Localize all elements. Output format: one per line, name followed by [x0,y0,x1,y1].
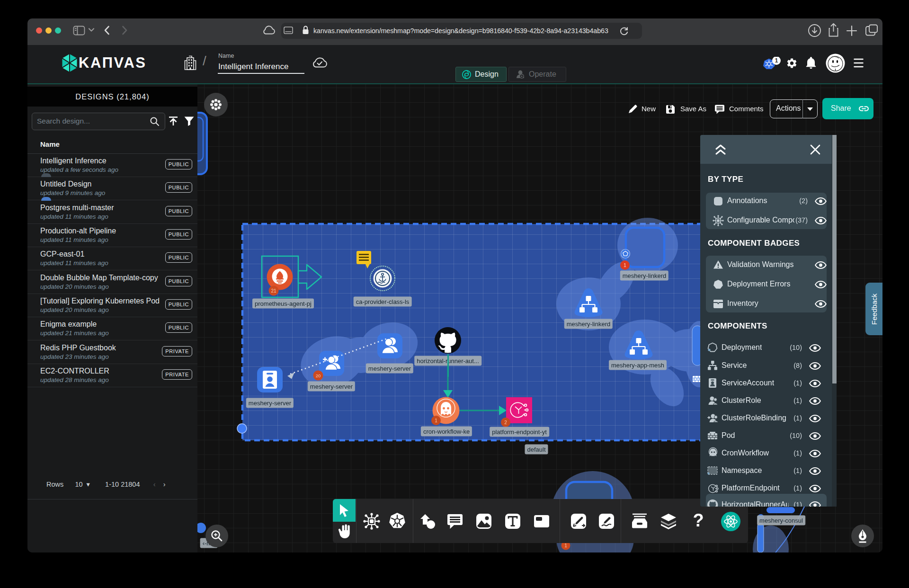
svg-text:21: 21 [271,288,276,294]
svg-text:1: 1 [564,543,567,548]
svg-text:1: 1 [624,262,626,268]
svg-text:1: 1 [435,418,437,423]
svg-text:1: 1 [775,57,778,64]
svg-text:20: 20 [316,373,321,378]
svg-text:2: 2 [504,420,507,425]
